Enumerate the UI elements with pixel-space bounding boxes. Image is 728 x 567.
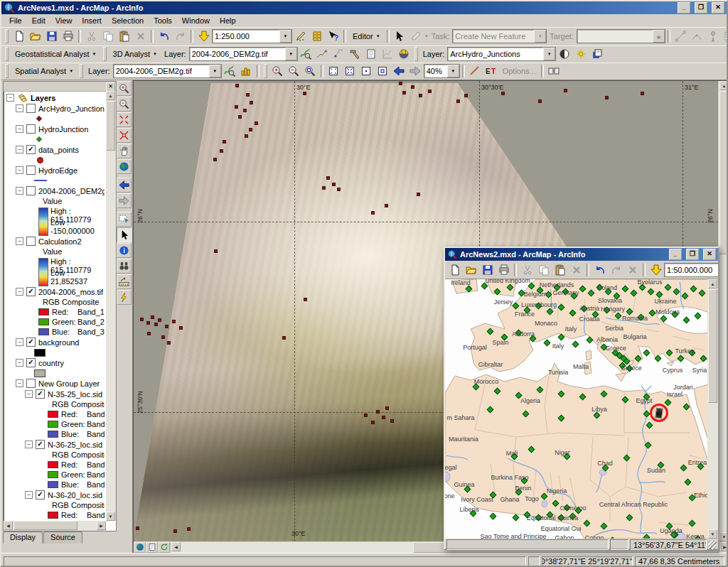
layer-checkbox[interactable]: [26, 166, 36, 175]
expand-icon[interactable]: –: [16, 125, 23, 133]
layer-checkbox[interactable]: [26, 124, 36, 134]
hyperlink-tool[interactable]: [117, 290, 132, 305]
print-button[interactable]: [60, 28, 76, 44]
find-tool[interactable]: [117, 259, 132, 274]
expand-icon[interactable]: –: [16, 338, 23, 346]
pan-tool[interactable]: [117, 144, 132, 158]
save-button[interactable]: [479, 262, 496, 278]
transparency-icon[interactable]: [589, 46, 605, 62]
maximize-button[interactable]: ❐: [695, 2, 707, 14]
toolbar-grip[interactable]: [5, 64, 9, 78]
redo-button[interactable]: [608, 262, 624, 278]
toc-layer-background[interactable]: –✓background: [4, 337, 105, 347]
toc-layer-data_points[interactable]: –✓data_points: [4, 144, 105, 155]
layer-checkbox[interactable]: ✓: [26, 338, 36, 347]
add-data-button[interactable]: [196, 28, 212, 44]
arcnews2-window[interactable]: ArcNews2.mxd - ArcMap - ArcInfo _ ❐ ✕ 1:…: [444, 247, 719, 550]
expand-icon[interactable]: –: [25, 441, 33, 448]
go-back-extent-icon[interactable]: [391, 63, 407, 79]
3d-analyst-menu[interactable]: 3D Analyst▼: [109, 48, 162, 60]
pan-zoom-icon[interactable]: [302, 63, 318, 79]
contour-tool-icon[interactable]: [331, 46, 347, 62]
float-minimize-button[interactable]: _: [669, 249, 682, 260]
resize-grip[interactable]: [708, 541, 717, 549]
tab-source[interactable]: Source: [43, 531, 82, 544]
expand-icon[interactable]: –: [16, 146, 23, 153]
edit-tool-icon[interactable]: [392, 28, 408, 44]
attributes-table-icon[interactable]: [722, 28, 728, 44]
contrast-icon[interactable]: [556, 46, 572, 62]
toc-layer-ArcHydro_Junctions[interactable]: –ArcHydro_Junctions: [4, 103, 105, 114]
cancel-button[interactable]: [624, 262, 641, 278]
menu-view[interactable]: View: [50, 15, 77, 26]
menu-selection[interactable]: Selection: [107, 15, 149, 26]
profile-graph-icon[interactable]: [363, 46, 380, 62]
layer-checkbox[interactable]: ✓: [36, 440, 45, 449]
layer-checkbox[interactable]: [26, 379, 36, 388]
map-vscrollbar[interactable]: ▲ ▼: [719, 81, 728, 541]
interpolate-line-icon[interactable]: [298, 46, 314, 62]
menu-tools[interactable]: Tools: [149, 15, 177, 26]
edit-sketch-icon[interactable]: [292, 28, 309, 44]
float-scale-combo[interactable]: 1:50.000.000▼: [664, 263, 718, 277]
save-button[interactable]: [43, 28, 60, 44]
layer-checkbox[interactable]: ✓: [36, 389, 45, 399]
paste-button[interactable]: [552, 262, 568, 278]
zoom-out-icon[interactable]: [286, 63, 302, 79]
close-button[interactable]: ✕: [712, 2, 724, 14]
add-data-button[interactable]: [648, 262, 664, 278]
copy-button[interactable]: [100, 28, 116, 44]
expand-icon[interactable]: –: [16, 288, 23, 296]
expand-icon[interactable]: –: [16, 379, 23, 387]
open-button[interactable]: [463, 262, 479, 278]
menu-insert[interactable]: Insert: [77, 15, 107, 26]
fixed-zoom-icon[interactable]: [358, 63, 375, 79]
expand-icon[interactable]: –: [16, 237, 23, 245]
draw-line-icon[interactable]: [467, 63, 483, 79]
zoom-whole-page-icon[interactable]: [326, 63, 342, 79]
toc-layer-HydroEdge[interactable]: –HydroEdge: [4, 165, 105, 176]
expand-icon[interactable]: –: [25, 390, 33, 398]
expand-icon[interactable]: –: [6, 94, 14, 102]
toc-layer-HydroJunction[interactable]: –HydroJunction: [4, 124, 105, 134]
delete-button[interactable]: [132, 28, 149, 44]
toc-header[interactable]: ✕: [4, 82, 116, 92]
paste-button[interactable]: [116, 28, 132, 44]
redo-button[interactable]: [172, 28, 188, 44]
toc-root[interactable]: –Layers: [4, 92, 105, 103]
effects-layer-combo[interactable]: ArcHydro_Junctions▼: [447, 47, 556, 61]
back-extent-tool[interactable]: [117, 178, 132, 193]
overview-map[interactable]: IrelandUnited KingdomNetherlandsPolandBy…: [445, 279, 718, 539]
float-maximize-button[interactable]: ❐: [686, 249, 699, 260]
toc-layer-N-36-20_loc.sid[interactable]: –✓N-36-20_loc.sid: [4, 490, 105, 500]
zoom-in-tool[interactable]: [117, 81, 132, 96]
editor-menu-button[interactable]: Editor▼: [348, 31, 385, 42]
toc-hscrollbar[interactable]: ◀ ▶: [4, 521, 106, 531]
zoom-out-tool[interactable]: [117, 97, 132, 112]
copy-button[interactable]: [535, 262, 552, 278]
toolbar-grip[interactable]: [264, 64, 267, 78]
3d-layer-combo[interactable]: 2004-2006_DEM2g.tif▼: [189, 47, 298, 61]
new-map-button[interactable]: [11, 28, 27, 44]
arccatalog-icon[interactable]: [309, 28, 325, 44]
full-extent-tool[interactable]: [117, 159, 132, 174]
layer-checkbox[interactable]: ✓: [26, 358, 36, 367]
layer-checkbox[interactable]: [26, 237, 36, 246]
toc-layer-New Group Layer[interactable]: –New Group Layer: [4, 378, 105, 389]
toc-vscrollbar[interactable]: ▲ ▼: [106, 91, 116, 521]
layer-checkbox[interactable]: ✓: [36, 490, 45, 500]
menu-file[interactable]: File: [4, 15, 27, 26]
toolbar-grip[interactable]: [5, 47, 9, 61]
toc-layer-country[interactable]: –✓country: [4, 357, 105, 368]
layer-checkbox[interactable]: ✓: [26, 145, 36, 154]
toc-layer-N-35-25_loc.sid[interactable]: –✓N-35-25_loc.sid: [4, 389, 105, 399]
print-button[interactable]: [496, 262, 512, 278]
spatial-layer-combo[interactable]: 2004-2006_DEM2g.tif▼: [113, 64, 222, 78]
toc-layer-Calculation2[interactable]: –Calculation2: [4, 236, 105, 247]
fixed-zoom-out-tool[interactable]: [117, 128, 132, 143]
select-elements-tool[interactable]: [117, 227, 132, 242]
menu-edit[interactable]: Edit: [27, 15, 50, 26]
measure-tool[interactable]: [117, 274, 132, 289]
interpolate-icon[interactable]: [222, 63, 238, 79]
whats-this-help-icon[interactable]: ?: [325, 28, 341, 44]
